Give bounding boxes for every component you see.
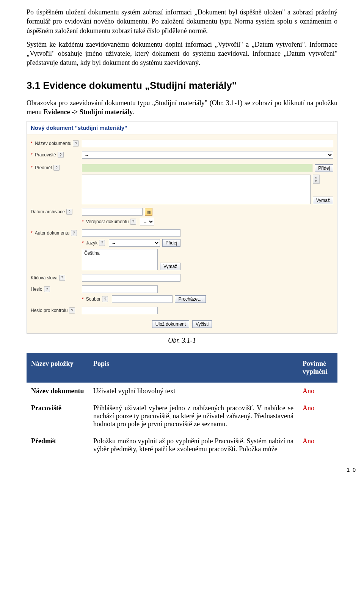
label-predmet: Předmět	[35, 165, 52, 170]
cell-name: Předmět	[27, 433, 89, 458]
label-autor: Autor dokumentu	[35, 230, 69, 236]
label-verejnost: Veřejnost dokumentu	[86, 219, 129, 224]
datum-arch-input[interactable]	[82, 208, 143, 216]
required-mark: *	[31, 152, 33, 158]
nazev-input[interactable]	[82, 140, 333, 147]
figure-caption: Obr. 3.1-1	[27, 337, 337, 345]
cell-desc: Uživatel vyplní libovolný text	[89, 383, 298, 400]
pracoviste-select[interactable]: --	[82, 151, 333, 159]
predmet-list[interactable]	[82, 175, 311, 204]
autor-input[interactable]	[82, 229, 180, 237]
required-mark: *	[82, 296, 84, 302]
vycisti-button[interactable]: Vyčisti	[192, 320, 212, 328]
required-mark: *	[82, 240, 84, 246]
help-icon[interactable]: ?	[71, 230, 77, 236]
jazyk-select[interactable]: --	[109, 239, 160, 247]
paragraph-1: Po úspěšném uložení dokumentu systém zob…	[27, 8, 337, 35]
th-required: Povinné vyplnění	[298, 353, 337, 383]
table-row: Pracoviště Přihlášený uživatel vybere je…	[27, 400, 337, 433]
klicova-input[interactable]	[82, 274, 180, 282]
table-row: Předmět Položku možno vyplnit až po vypl…	[27, 433, 337, 458]
label-heslo-kontrola: Heslo pro kontrolu	[31, 308, 67, 313]
cell-req: Ano	[298, 383, 337, 400]
label-heslo: Heslo	[31, 287, 42, 292]
paragraph-2: Systém ke každému zaevidovanému dokument…	[27, 40, 337, 68]
uloz-button[interactable]: Ulož dokument	[152, 320, 189, 328]
label-datum-arch: Datum archivace	[31, 209, 65, 214]
cell-req: Ano	[298, 400, 337, 433]
paragraph-3: Obrazovka pro zaevidování dokumentu typu…	[27, 98, 337, 117]
page-number: 1 0	[0, 462, 364, 478]
table-row: Název dokumentu Uživatel vyplní libovoln…	[27, 383, 337, 400]
predmet-combo[interactable]	[82, 164, 312, 172]
label-nazev: Název dokumentu	[35, 141, 72, 146]
required-mark: *	[31, 165, 33, 170]
help-icon[interactable]: ?	[130, 219, 136, 225]
help-icon[interactable]: ?	[102, 296, 108, 302]
required-mark: *	[31, 141, 33, 146]
form-title: Nový dokument "studijní materiály"	[27, 121, 337, 134]
heslo-kontrola-input[interactable]	[82, 307, 158, 314]
heslo-input[interactable]	[82, 285, 158, 293]
prochazet-button[interactable]: Procházet...	[175, 295, 206, 303]
soubor-input[interactable]	[112, 295, 173, 303]
cell-req: Ano	[298, 433, 337, 458]
help-icon[interactable]: ?	[66, 209, 72, 215]
cell-name: Název dokumentu	[27, 383, 89, 400]
pridej-jazyk-button[interactable]: Přidej	[162, 239, 181, 247]
cell-desc: Přihlášený uživatel vybere jedno z nabíz…	[89, 400, 298, 433]
section-heading: 3.1 Evidence dokumentu „Studijní materiá…	[27, 80, 337, 91]
help-icon[interactable]: ?	[58, 152, 64, 158]
help-icon[interactable]: ?	[99, 240, 105, 246]
required-mark: *	[31, 230, 33, 236]
help-icon[interactable]: ?	[69, 307, 75, 314]
help-icon[interactable]: ?	[59, 275, 65, 281]
th-name: Název položky	[27, 353, 89, 383]
label-klicova: Klíčová slova	[31, 275, 58, 280]
label-pracoviste: Pracoviště	[35, 152, 56, 158]
form-screenshot: Nový dokument "studijní materiály" * Náz…	[27, 121, 337, 334]
vymaz-button[interactable]: Vymaž	[313, 197, 333, 204]
cell-desc: Položku možno vyplnit až po vyplnění pol…	[89, 433, 298, 458]
required-mark: *	[82, 219, 84, 224]
label-jazyk: Jazyk	[86, 240, 98, 246]
jazyk-list[interactable]: Čeština	[82, 249, 158, 270]
label-soubor: Soubor	[86, 296, 101, 302]
p3-text-b: Evidence -> Studijní materiály	[44, 108, 133, 116]
vymaz-jazyk-button[interactable]: Vymaž	[160, 263, 180, 270]
verejnost-select[interactable]: --	[140, 218, 154, 225]
calendar-icon[interactable]: ▦	[145, 208, 152, 216]
field-description-table: Název položky Popis Povinné vyplnění Náz…	[27, 353, 337, 458]
scrollbar-icon[interactable]: ▴▾	[313, 175, 320, 184]
help-icon[interactable]: ?	[73, 140, 79, 147]
cell-name: Pracoviště	[27, 400, 89, 433]
p3-text-c: .	[133, 108, 135, 116]
pridej-button[interactable]: Přidej	[315, 164, 333, 172]
help-icon[interactable]: ?	[53, 165, 60, 171]
th-desc: Popis	[89, 353, 298, 383]
help-icon[interactable]: ?	[44, 286, 50, 292]
